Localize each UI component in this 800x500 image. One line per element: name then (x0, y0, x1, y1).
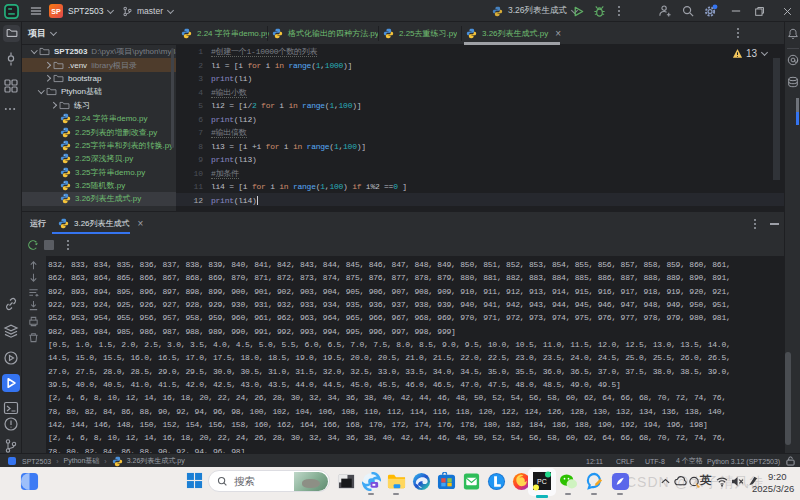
svg-text:PC: PC (537, 478, 547, 485)
